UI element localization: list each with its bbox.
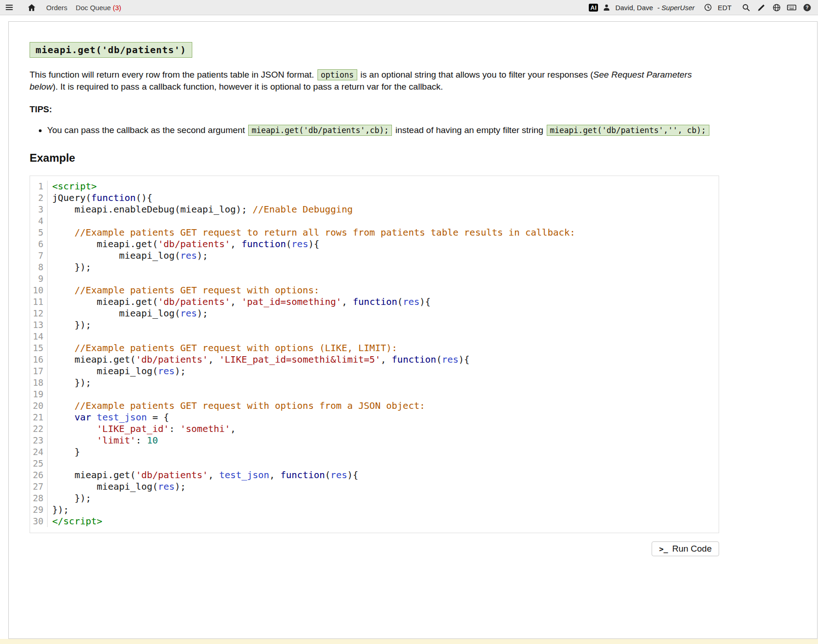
code-line-text: mieapi.get('db/patients', 'pat_id=someth… bbox=[48, 296, 431, 308]
doc-panel: mieapi.get('db/patients') This function … bbox=[8, 21, 818, 639]
clock-icon[interactable] bbox=[702, 2, 714, 13]
code-line: 7 mieapi_log(res); bbox=[30, 250, 719, 261]
intro-paragraph: This function will return every row from… bbox=[30, 69, 718, 92]
line-number: 30 bbox=[30, 516, 48, 527]
code-line-text bbox=[48, 273, 52, 285]
line-number: 14 bbox=[30, 331, 48, 342]
code-editor[interactable]: 1<script>2jQuery(function(){3 mieapi.ena… bbox=[30, 176, 719, 533]
line-number: 23 bbox=[30, 435, 48, 446]
line-number: 5 bbox=[30, 227, 48, 238]
line-number: 11 bbox=[30, 296, 48, 308]
code-line: 18 }); bbox=[30, 377, 719, 389]
line-number: 8 bbox=[30, 261, 48, 273]
inline-code: mieapi.get('db/patients','', cb); bbox=[547, 125, 709, 136]
doc-queue-count: (3) bbox=[113, 4, 121, 12]
line-number: 18 bbox=[30, 377, 48, 389]
code-line-text bbox=[48, 215, 52, 227]
timezone-label: EDT bbox=[718, 4, 732, 12]
code-line-text: <script> bbox=[48, 181, 97, 192]
code-line-text: mieapi.get('db/patients', function(res){ bbox=[48, 238, 319, 250]
code-line: 21 var test_json = { bbox=[30, 412, 719, 423]
code-line-text bbox=[48, 458, 52, 469]
code-line-text: //Example patients GET request with opti… bbox=[48, 400, 425, 412]
code-line-text bbox=[48, 331, 52, 342]
line-number: 9 bbox=[30, 273, 48, 285]
inline-code: options bbox=[317, 69, 357, 80]
text-segment: instead of having an empty filter string bbox=[393, 125, 546, 135]
code-line-text: mieapi_log(res); bbox=[48, 250, 208, 261]
line-number: 27 bbox=[30, 481, 48, 492]
ai-badge[interactable]: AI bbox=[589, 4, 598, 12]
code-lines: 1<script>2jQuery(function(){3 mieapi.ena… bbox=[30, 181, 719, 527]
code-line: 3 mieapi.enableDebug(mieapi_log); //Enab… bbox=[30, 204, 719, 215]
code-line: 13 }); bbox=[30, 319, 719, 331]
breadcrumb-orders[interactable]: Orders bbox=[44, 4, 69, 12]
tip-item: You can pass the callback as the second … bbox=[47, 124, 718, 137]
bottom-strip bbox=[0, 639, 818, 644]
user-icon[interactable] bbox=[602, 2, 611, 13]
tips-heading: TIPS: bbox=[30, 104, 718, 115]
code-line: 19 bbox=[30, 389, 719, 400]
text-segment: This function will return every row from… bbox=[30, 70, 317, 79]
inline-code: mieapi.get('db/patients',cb); bbox=[248, 125, 392, 136]
globe-icon[interactable] bbox=[771, 2, 782, 13]
breadcrumb-doc-queue[interactable]: Doc Queue (3) bbox=[74, 4, 123, 12]
keyboard-icon[interactable] bbox=[786, 2, 797, 13]
code-line-text: 'LIKE_pat_id': 'somethi', bbox=[48, 423, 236, 435]
line-number: 4 bbox=[30, 215, 48, 227]
code-line: 23 'limit': 10 bbox=[30, 435, 719, 446]
user-role: - SuperUser bbox=[657, 4, 695, 12]
svg-text:?: ? bbox=[806, 5, 808, 10]
line-number: 6 bbox=[30, 238, 48, 250]
code-line-text: }); bbox=[48, 377, 91, 389]
code-line-text: }); bbox=[48, 492, 91, 504]
line-number: 25 bbox=[30, 458, 48, 469]
code-line: 29}); bbox=[30, 504, 719, 516]
search-icon[interactable] bbox=[740, 2, 751, 13]
code-line: 24 } bbox=[30, 446, 719, 458]
code-line: 28 }); bbox=[30, 492, 719, 504]
line-number: 17 bbox=[30, 365, 48, 377]
api-function-title: mieapi.get('db/patients') bbox=[30, 42, 192, 58]
run-code-button[interactable]: >_ Run Code bbox=[652, 541, 719, 556]
example-heading: Example bbox=[30, 152, 718, 164]
code-line: 17 mieapi_log(res); bbox=[30, 365, 719, 377]
line-number: 28 bbox=[30, 492, 48, 504]
code-line: 8 }); bbox=[30, 261, 719, 273]
line-number: 21 bbox=[30, 412, 48, 423]
code-line: 30</script> bbox=[30, 516, 719, 527]
line-number: 10 bbox=[30, 285, 48, 296]
line-number: 24 bbox=[30, 446, 48, 458]
code-line-text: }); bbox=[48, 261, 91, 273]
line-number: 15 bbox=[30, 342, 48, 354]
help-icon[interactable]: ? bbox=[801, 2, 812, 13]
home-icon[interactable] bbox=[26, 2, 37, 13]
breadcrumb-orders-label: Orders bbox=[46, 4, 67, 12]
line-number: 19 bbox=[30, 389, 48, 400]
line-number: 20 bbox=[30, 400, 48, 412]
line-number: 2 bbox=[30, 192, 48, 204]
topbar-right: AI David, Dave - SuperUser EDT ? bbox=[589, 2, 812, 13]
code-line-text: } bbox=[48, 446, 80, 458]
code-line: 10 //Example patients GET request with o… bbox=[30, 285, 719, 296]
code-line: 9 bbox=[30, 273, 719, 285]
line-number: 26 bbox=[30, 469, 48, 481]
topbar: Orders Doc Queue (3) AI David, Dave - Su… bbox=[0, 0, 818, 15]
edit-wand-icon[interactable] bbox=[756, 2, 767, 13]
user-name[interactable]: David, Dave bbox=[615, 4, 653, 12]
code-line: 4 bbox=[30, 215, 719, 227]
hamburger-menu-icon[interactable] bbox=[4, 2, 15, 13]
code-line-text: </script> bbox=[48, 516, 102, 527]
code-line-text bbox=[48, 389, 52, 400]
code-line: 26 mieapi.get('db/patients', test_json, … bbox=[30, 469, 719, 481]
code-line-text: jQuery(function(){ bbox=[48, 192, 153, 204]
code-line: 22 'LIKE_pat_id': 'somethi', bbox=[30, 423, 719, 435]
code-line-text: }); bbox=[48, 504, 69, 516]
line-number: 13 bbox=[30, 319, 48, 331]
code-line: 27 mieapi_log(res); bbox=[30, 481, 719, 492]
code-line: 25 bbox=[30, 458, 719, 469]
line-number: 1 bbox=[30, 181, 48, 192]
code-line-text: mieapi_log(res); bbox=[48, 308, 208, 319]
line-number: 12 bbox=[30, 308, 48, 319]
code-line-text: //Example patients GET request with opti… bbox=[48, 285, 319, 296]
